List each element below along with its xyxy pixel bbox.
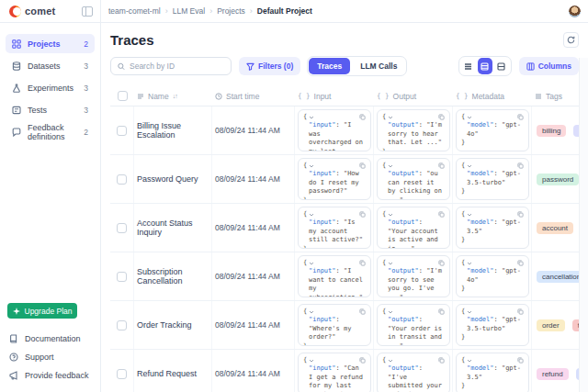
chevron-down-icon[interactable] xyxy=(309,358,314,364)
chevron-down-icon[interactable] xyxy=(467,212,472,218)
breadcrumb-app[interactable]: LLM Eval xyxy=(173,6,212,16)
copy-icon[interactable] xyxy=(517,114,524,120)
sidebar-item-support[interactable]: Support xyxy=(6,348,95,366)
chevron-down-icon[interactable] xyxy=(309,212,314,218)
row-checkbox[interactable] xyxy=(117,126,127,136)
breadcrumb-projects[interactable]: Projects xyxy=(217,6,253,16)
input-json-cell[interactable]: { "input": "How do I reset my password?"… xyxy=(298,158,371,200)
header-start-time[interactable]: Start time xyxy=(212,86,295,106)
tag-chip[interactable]: order xyxy=(537,319,565,331)
chevron-down-icon[interactable] xyxy=(388,212,393,218)
header-input[interactable]: { }Input xyxy=(295,86,374,106)
chevron-down-icon[interactable] xyxy=(309,309,314,315)
search-input[interactable] xyxy=(130,62,224,71)
copy-icon[interactable] xyxy=(517,162,524,169)
header-metadata[interactable]: { }Metadata xyxy=(453,86,532,106)
search-box[interactable] xyxy=(110,57,232,75)
row-checkbox[interactable] xyxy=(117,223,127,233)
chevron-down-icon[interactable] xyxy=(388,163,393,169)
sort-icon[interactable]: ↓↑ xyxy=(173,93,177,99)
copy-icon[interactable] xyxy=(359,162,366,169)
chevron-down-icon[interactable] xyxy=(467,115,472,120)
chevron-down-icon[interactable] xyxy=(388,309,393,315)
comet-logo[interactable]: comet xyxy=(9,6,55,17)
copy-icon[interactable] xyxy=(438,162,445,169)
metadata-json-cell[interactable]: { "model": "gpt-3.5-turbo" } xyxy=(456,304,529,346)
row-checkbox[interactable] xyxy=(117,320,127,330)
metadata-json-cell[interactable]: { "model": "gpt-4o" } xyxy=(456,109,529,151)
header-output[interactable]: { }Output xyxy=(374,86,453,106)
header-tags[interactable]: Tags xyxy=(532,86,581,106)
copy-icon[interactable] xyxy=(359,357,366,364)
input-json-cell[interactable]: { "input": "Can I get a refund for my la… xyxy=(298,353,371,392)
sidebar-item-feedback-definitions[interactable]: Feedback definitions 2 xyxy=(6,122,95,141)
table-row[interactable]: Billing Issue Escalation 08/09/24 11:44 … xyxy=(110,106,581,155)
chevron-down-icon[interactable] xyxy=(467,261,472,266)
chevron-down-icon[interactable] xyxy=(467,309,472,315)
density-medium-button[interactable] xyxy=(478,58,492,74)
chevron-down-icon[interactable] xyxy=(388,358,393,364)
density-comfy-button[interactable] xyxy=(494,58,509,74)
copy-icon[interactable] xyxy=(517,357,524,364)
sidebar-item-tests[interactable]: Tests 3 xyxy=(6,100,95,119)
row-checkbox[interactable] xyxy=(117,369,127,379)
copy-icon[interactable] xyxy=(438,260,445,266)
sidebar-item-datasets[interactable]: Datasets 3 xyxy=(6,56,95,75)
copy-icon[interactable] xyxy=(438,211,445,218)
input-json-cell[interactable]: { "input": "I was overcharged on my last… xyxy=(298,109,371,151)
upgrade-plan-button[interactable]: Upgrade Plan xyxy=(7,303,77,319)
refresh-button[interactable] xyxy=(563,32,579,48)
copy-icon[interactable] xyxy=(438,308,445,315)
copy-icon[interactable] xyxy=(359,114,366,120)
table-row[interactable]: Refund Request 08/09/24 11:44 AM { "inpu… xyxy=(110,350,581,392)
tab-traces[interactable]: Traces xyxy=(309,58,350,74)
density-compact-button[interactable] xyxy=(461,58,476,74)
tag-chip[interactable]: password xyxy=(537,174,579,185)
chevron-down-icon[interactable] xyxy=(309,115,314,120)
metadata-json-cell[interactable]: { "model": "gpt-3.5-turbo" } xyxy=(456,158,529,200)
table-row[interactable]: Order Tracking 08/09/24 11:44 AM { "inpu… xyxy=(110,301,581,350)
chevron-down-icon[interactable] xyxy=(388,115,393,120)
copy-icon[interactable] xyxy=(359,260,366,266)
copy-icon[interactable] xyxy=(517,308,524,315)
tag-chip[interactable]: refund xyxy=(537,368,569,380)
breadcrumb-workspace[interactable]: team-comet-ml xyxy=(108,6,168,16)
tag-chip[interactable]: cancellation xyxy=(537,271,581,283)
copy-icon[interactable] xyxy=(359,308,366,315)
user-avatar[interactable] xyxy=(569,6,581,17)
table-row[interactable]: Password Query 08/09/24 11:44 AM { "inpu… xyxy=(110,155,581,204)
tag-chip[interactable]: billing xyxy=(537,125,566,137)
copy-icon[interactable] xyxy=(517,260,524,266)
input-json-cell[interactable]: { "input": "I want to cancel my subscrip… xyxy=(298,255,371,297)
copy-icon[interactable] xyxy=(438,357,445,364)
chevron-down-icon[interactable] xyxy=(309,261,314,266)
metadata-json-cell[interactable]: { "model": "gpt-3.5" } xyxy=(456,207,529,249)
metadata-json-cell[interactable]: { "model": "gpt-3.5" } xyxy=(456,353,529,392)
sidebar-item-experiments[interactable]: Experiments 3 xyxy=(6,78,95,97)
select-all-checkbox[interactable] xyxy=(118,91,128,101)
output-json-cell[interactable]: { "output": "Your account is active and … xyxy=(377,207,450,249)
row-checkbox[interactable] xyxy=(117,272,127,282)
output-json-cell[interactable]: { "output": "I'm sorry to hear that. Let… xyxy=(377,109,450,151)
copy-icon[interactable] xyxy=(517,211,524,218)
tab-llm-calls[interactable]: LLM Calls xyxy=(352,58,405,74)
sidebar-item-projects[interactable]: Projects 2 xyxy=(6,34,95,53)
row-checkbox[interactable] xyxy=(117,174,127,185)
chevron-down-icon[interactable] xyxy=(388,261,393,266)
sidebar-item-provide-feedback[interactable]: Provide feedback xyxy=(6,366,95,385)
sidebar-toggle-icon[interactable] xyxy=(82,6,93,17)
copy-icon[interactable] xyxy=(359,211,366,218)
input-json-cell[interactable]: { "input": "Is my account still active?"… xyxy=(298,207,371,249)
copy-icon[interactable] xyxy=(438,114,445,120)
sidebar-item-documentation[interactable]: Documentation xyxy=(6,330,95,348)
metadata-json-cell[interactable]: { "model": "gpt-4o" } xyxy=(456,255,529,297)
output-json-cell[interactable]: { "output": "I've submitted your refund … xyxy=(377,353,450,392)
columns-button[interactable]: Columns xyxy=(519,57,579,75)
table-row[interactable]: Account Status Inquiry 08/09/24 11:44 AM… xyxy=(110,204,581,252)
chevron-down-icon[interactable] xyxy=(467,358,472,364)
filters-button[interactable]: Filters (0) xyxy=(239,57,300,75)
header-name[interactable]: Name ↓↑ xyxy=(134,86,212,106)
chevron-down-icon[interactable] xyxy=(467,163,472,169)
output-json-cell[interactable]: { "output": "I'm sorry to see you go. I'… xyxy=(377,255,450,297)
input-json-cell[interactable]: { "input": "Where's my order?" } xyxy=(298,304,371,346)
